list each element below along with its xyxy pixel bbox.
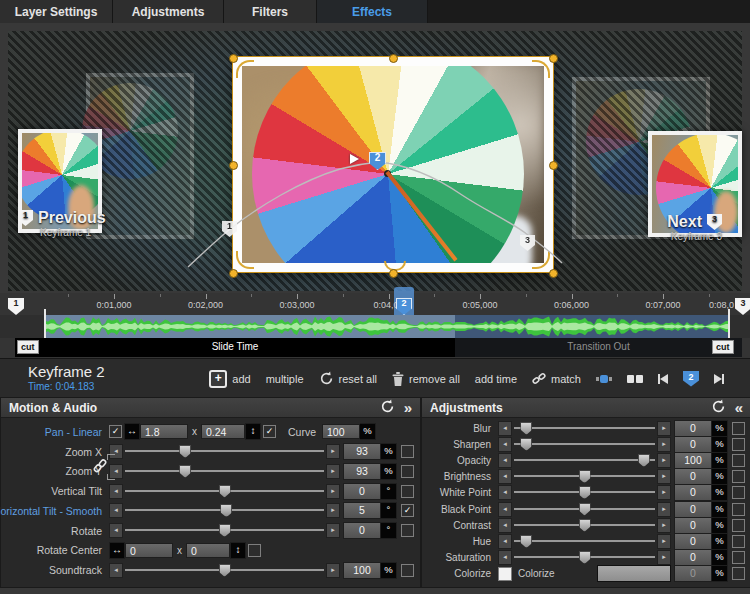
pan-y-checkbox[interactable]: [263, 425, 276, 438]
slider-increment-button[interactable]: ▸: [657, 453, 671, 468]
slider-track[interactable]: [514, 422, 655, 435]
slider-increment-button[interactable]: ▸: [657, 421, 671, 436]
slider-value[interactable]: 0: [674, 549, 712, 566]
slider-track[interactable]: [125, 524, 324, 537]
slider-handle[interactable]: [219, 564, 231, 577]
slider-handle[interactable]: [520, 422, 532, 435]
slider-checkbox[interactable]: [732, 535, 745, 548]
slider-handle[interactable]: [520, 535, 532, 548]
slider-decrement-button[interactable]: ◂: [498, 469, 512, 484]
slider-decrement-button[interactable]: ◂: [109, 563, 123, 578]
slider-increment-button[interactable]: ▸: [326, 563, 340, 578]
motion-audio-reset-button[interactable]: [380, 399, 395, 416]
resize-handle-mid-right[interactable]: [549, 161, 558, 170]
slider-checkbox[interactable]: [732, 503, 745, 516]
slider-handle[interactable]: [179, 445, 191, 458]
slider-track[interactable]: [514, 454, 655, 467]
cut-left-badge[interactable]: cut: [17, 340, 39, 354]
slider-checkbox[interactable]: [732, 486, 745, 499]
slider-track[interactable]: [514, 519, 655, 532]
slider-decrement-button[interactable]: ◂: [498, 518, 512, 533]
slider-handle[interactable]: [638, 454, 650, 467]
timeline-ruler[interactable]: 0:01,0000:02,0000:03,0000:04,000:05,0000…: [0, 293, 750, 315]
slider-increment-button[interactable]: ▸: [657, 550, 671, 565]
slider-value[interactable]: 0: [343, 522, 381, 539]
slider-value[interactable]: 0: [674, 533, 712, 550]
slider-decrement-button[interactable]: ◂: [109, 503, 123, 518]
tab-adjustments[interactable]: Adjustments: [113, 0, 224, 23]
resize-handle-mid-left[interactable]: [229, 161, 238, 170]
slider-track[interactable]: [514, 438, 655, 451]
motion-audio-expand-button[interactable]: »: [404, 400, 412, 415]
slider-track[interactable]: [514, 470, 655, 483]
slider-increment-button[interactable]: ▸: [326, 444, 340, 459]
tab-effects[interactable]: Effects: [317, 0, 428, 23]
slider-checkbox[interactable]: [401, 465, 414, 478]
slider-checkbox[interactable]: [401, 485, 414, 498]
next-keyframe-button[interactable]: [714, 374, 724, 384]
slider-handle[interactable]: [579, 470, 591, 483]
slider-handle[interactable]: [579, 503, 591, 516]
slider-checkbox[interactable]: [401, 564, 414, 577]
slider-checkbox[interactable]: [732, 422, 745, 435]
layer-image[interactable]: [233, 57, 553, 272]
audio-track[interactable]: [0, 315, 750, 338]
resize-handle-top-left[interactable]: [229, 54, 238, 63]
slider-track[interactable]: [514, 486, 655, 499]
slider-decrement-button[interactable]: ◂: [498, 550, 512, 565]
slider-track[interactable]: [125, 564, 324, 577]
slider-decrement-button[interactable]: ◂: [109, 484, 123, 499]
slider-increment-button[interactable]: ▸: [657, 518, 671, 533]
slider-handle[interactable]: [219, 485, 231, 498]
slider-checkbox[interactable]: [732, 470, 745, 483]
colorize-checkbox[interactable]: [498, 567, 512, 581]
slider-handle[interactable]: [579, 551, 591, 564]
slider-checkbox[interactable]: [732, 519, 745, 532]
slider-value[interactable]: 0: [674, 501, 712, 518]
slider-track[interactable]: [125, 485, 324, 498]
slider-value[interactable]: 0: [674, 517, 712, 534]
slider-value[interactable]: 0: [674, 436, 712, 453]
colorize-color-swatch[interactable]: [597, 565, 671, 582]
resize-handle-top-right[interactable]: [549, 54, 558, 63]
remove-all-button[interactable]: remove all: [392, 372, 460, 386]
slider-decrement-button[interactable]: ◂: [498, 437, 512, 452]
slider-handle[interactable]: [219, 524, 231, 537]
slider-decrement-button[interactable]: ◂: [498, 421, 512, 436]
slider-decrement-button[interactable]: ◂: [498, 534, 512, 549]
pan-x-input[interactable]: 1.8: [140, 424, 188, 439]
slider-checkbox[interactable]: [732, 454, 745, 467]
tab-layer-settings[interactable]: Layer Settings: [0, 0, 113, 23]
reset-all-button[interactable]: reset all: [319, 371, 378, 386]
slider-decrement-button[interactable]: ◂: [498, 502, 512, 517]
zoom-link-icon[interactable]: [93, 454, 111, 480]
slider-track[interactable]: [125, 445, 324, 458]
slider-handle[interactable]: [179, 465, 191, 478]
slider-decrement-button[interactable]: ◂: [498, 453, 512, 468]
slider-track[interactable]: [125, 465, 324, 478]
adjustments-reset-button[interactable]: [711, 399, 726, 416]
slider-checkbox[interactable]: [401, 504, 414, 517]
add-time-button[interactable]: add time: [475, 373, 517, 385]
slider-track[interactable]: [125, 504, 324, 517]
slider-handle[interactable]: [520, 438, 532, 451]
rotate-center-y-input[interactable]: 0: [186, 543, 230, 558]
slider-handle[interactable]: [220, 504, 232, 517]
slider-track[interactable]: [514, 551, 655, 564]
pan-y-input[interactable]: 0.24: [201, 424, 245, 439]
slider-increment-button[interactable]: ▸: [326, 484, 340, 499]
slider-increment-button[interactable]: ▸: [657, 502, 671, 517]
rotate-center-checkbox[interactable]: [248, 544, 261, 557]
previous-keyframe-button[interactable]: [658, 374, 668, 384]
cut-boundary-right[interactable]: [728, 309, 730, 338]
slider-checkbox[interactable]: [401, 524, 414, 537]
slider-value[interactable]: 0: [343, 483, 381, 500]
slider-increment-button[interactable]: ▸: [326, 503, 340, 518]
slider-track[interactable]: [514, 503, 655, 516]
slider-decrement-button[interactable]: ◂: [109, 523, 123, 538]
add-keyframe-button[interactable]: + add: [209, 370, 250, 388]
multiple-button[interactable]: multiple: [266, 373, 304, 385]
slider-decrement-button[interactable]: ◂: [498, 485, 512, 500]
slider-value[interactable]: 0: [674, 484, 712, 501]
keyframe-display-mode-button[interactable]: [596, 375, 612, 383]
